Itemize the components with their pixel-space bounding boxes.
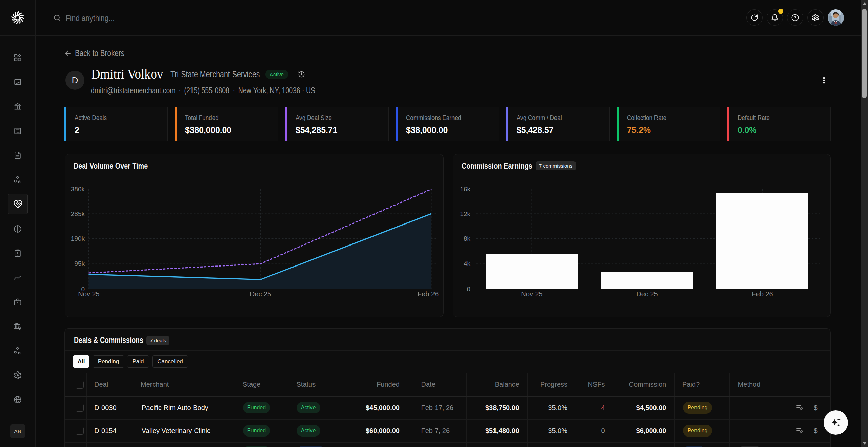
svg-text:0: 0 [467, 285, 470, 293]
svg-text:95k: 95k [74, 260, 85, 267]
svg-text:8k: 8k [464, 235, 471, 242]
svg-text:12k: 12k [460, 210, 470, 217]
svg-text:Nov 25: Nov 25 [521, 290, 542, 298]
svg-text:Nov 25: Nov 25 [78, 290, 99, 298]
svg-text:Feb 26: Feb 26 [418, 290, 439, 298]
svg-text:190k: 190k [71, 235, 85, 242]
svg-text:285k: 285k [71, 210, 85, 217]
svg-text:380k: 380k [71, 186, 85, 193]
svg-text:4k: 4k [464, 260, 471, 267]
svg-text:Dec 25: Dec 25 [250, 290, 271, 298]
svg-text:Feb 26: Feb 26 [752, 290, 773, 298]
svg-text:Dec 25: Dec 25 [636, 290, 658, 298]
svg-text:16k: 16k [460, 186, 470, 193]
